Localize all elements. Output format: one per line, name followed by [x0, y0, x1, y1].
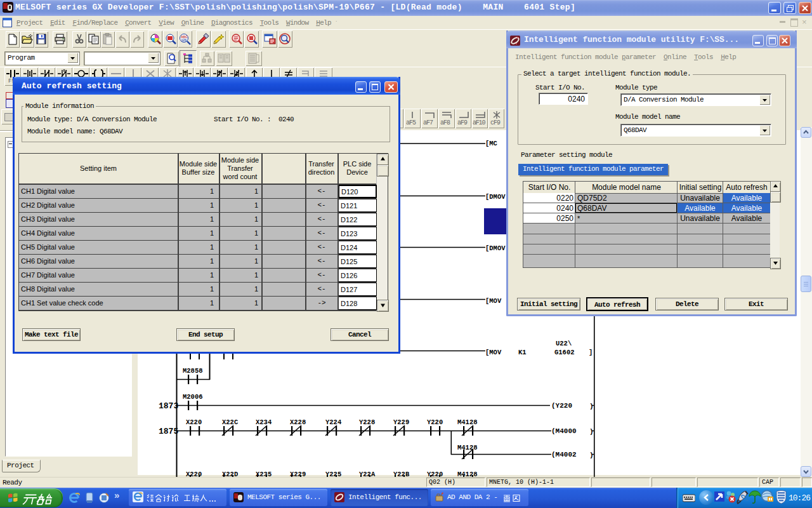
svg-text:[MOV: [MOV: [485, 297, 502, 305]
svg-text:): ): [589, 403, 594, 410]
svg-text:[DMOV: [DMOV: [485, 244, 506, 252]
svg-text:Y228: Y228: [359, 418, 375, 426]
svg-text:Y225: Y225: [325, 471, 341, 477]
svg-text:M4128: M4128: [457, 418, 478, 426]
svg-text:X234: X234: [256, 418, 272, 426]
svg-text:Y22B: Y22B: [393, 471, 410, 477]
svg-text:X22C: X22C: [222, 418, 239, 426]
svg-text:1875: 1875: [159, 427, 178, 436]
svg-text:M2858: M2858: [183, 367, 203, 375]
svg-text:1873: 1873: [159, 401, 178, 411]
svg-text:Y224: Y224: [325, 418, 341, 426]
svg-text:M4128: M4128: [457, 471, 478, 477]
svg-text:X220: X220: [186, 418, 202, 426]
svg-text:]: ]: [589, 349, 593, 356]
svg-text:M4128: M4128: [457, 444, 478, 451]
svg-text:U22\: U22\: [556, 340, 572, 347]
svg-text:Y220: Y220: [427, 418, 443, 426]
svg-text:): ): [589, 428, 594, 436]
svg-text:Y229: Y229: [393, 418, 409, 426]
svg-text:): ): [589, 451, 594, 459]
svg-text:Y22A: Y22A: [359, 471, 376, 477]
svg-text:K1: K1: [518, 349, 527, 356]
svg-text:X228: X228: [290, 418, 306, 426]
svg-text:M2006: M2006: [183, 393, 203, 401]
svg-text:Y220: Y220: [427, 471, 443, 477]
svg-text:G1602: G1602: [554, 349, 575, 356]
svg-text:[DMOV: [DMOV: [485, 193, 506, 201]
svg-text:X229: X229: [290, 471, 306, 477]
svg-text:(M4000: (M4000: [551, 427, 577, 435]
svg-text:X235: X235: [256, 471, 272, 477]
svg-text:X220: X220: [186, 471, 202, 477]
svg-text:(Y220: (Y220: [551, 402, 572, 410]
svg-text:X22D: X22D: [222, 471, 238, 477]
svg-text:[MC: [MC: [485, 140, 498, 147]
svg-text:123: 123: [181, 38, 187, 42]
svg-text:[MOV: [MOV: [485, 349, 502, 356]
svg-text:(M4002: (M4002: [551, 451, 577, 458]
